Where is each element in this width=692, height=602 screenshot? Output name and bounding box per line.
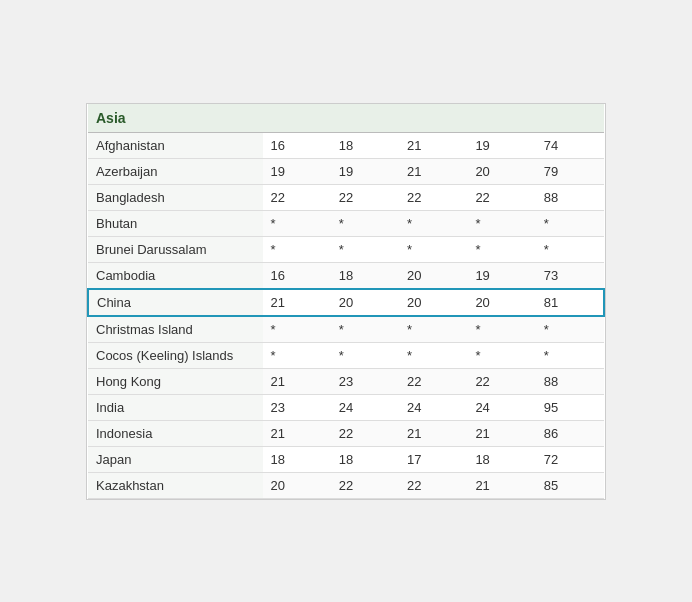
value-cell: 18 [331,132,399,158]
value-cell: * [467,316,535,343]
value-cell: 18 [467,446,535,472]
value-cell: * [331,210,399,236]
country-cell: Kazakhstan [88,472,263,498]
country-cell: Hong Kong [88,368,263,394]
country-cell: Afghanistan [88,132,263,158]
value-cell: 21 [263,289,331,316]
country-cell: Japan [88,446,263,472]
value-cell: 23 [263,394,331,420]
country-cell: Bangladesh [88,184,263,210]
value-cell: 18 [331,262,399,289]
value-cell: 17 [399,446,467,472]
value-cell: 22 [263,184,331,210]
value-cell: * [399,236,467,262]
value-cell: 16 [263,262,331,289]
value-cell: 16 [263,132,331,158]
value-cell: 22 [467,184,535,210]
value-cell: 24 [467,394,535,420]
country-cell: Bhutan [88,210,263,236]
value-cell: 19 [263,158,331,184]
table-row: Bhutan***** [88,210,604,236]
value-cell: 18 [331,446,399,472]
value-cell: 95 [536,394,604,420]
value-cell: 20 [467,158,535,184]
value-cell: 79 [536,158,604,184]
table-row: China2120202081 [88,289,604,316]
value-cell: * [331,316,399,343]
value-cell: 20 [263,472,331,498]
value-cell: 81 [536,289,604,316]
value-cell: 86 [536,420,604,446]
table-row: Hong Kong2123222288 [88,368,604,394]
value-cell: * [467,210,535,236]
value-cell: * [467,342,535,368]
value-cell: * [536,236,604,262]
table-row: Afghanistan1618211974 [88,132,604,158]
value-cell: * [331,342,399,368]
table-row: Kazakhstan2022222185 [88,472,604,498]
table-row: Cocos (Keeling) Islands***** [88,342,604,368]
value-cell: * [263,342,331,368]
region-header: Asia [88,104,604,133]
country-cell: Indonesia [88,420,263,446]
value-cell: 22 [399,368,467,394]
value-cell: 22 [331,420,399,446]
country-cell: China [88,289,263,316]
table-row: Cambodia1618201973 [88,262,604,289]
value-cell: 21 [399,420,467,446]
value-cell: 85 [536,472,604,498]
value-cell: * [331,236,399,262]
value-cell: 74 [536,132,604,158]
value-cell: 21 [467,420,535,446]
value-cell: * [536,210,604,236]
value-cell: * [399,316,467,343]
value-cell: 18 [263,446,331,472]
value-cell: 24 [331,394,399,420]
value-cell: 22 [331,184,399,210]
country-cell: Cambodia [88,262,263,289]
value-cell: 20 [331,289,399,316]
value-cell: * [263,316,331,343]
value-cell: 20 [399,262,467,289]
value-cell: 22 [399,472,467,498]
table-row: Indonesia2122212186 [88,420,604,446]
value-cell: 19 [467,132,535,158]
data-table: Asia Afghanistan1618211974Azerbaijan1919… [87,104,605,499]
value-cell: 20 [399,289,467,316]
table-row: India2324242495 [88,394,604,420]
value-cell: * [263,210,331,236]
value-cell: * [399,342,467,368]
table-container: Asia Afghanistan1618211974Azerbaijan1919… [86,103,606,500]
value-cell: 23 [331,368,399,394]
value-cell: 21 [263,368,331,394]
value-cell: * [536,316,604,343]
value-cell: 22 [467,368,535,394]
value-cell: 22 [399,184,467,210]
country-cell: Christmas Island [88,316,263,343]
value-cell: 72 [536,446,604,472]
value-cell: 21 [467,472,535,498]
value-cell: 88 [536,184,604,210]
value-cell: 19 [467,262,535,289]
table-row: Bangladesh2222222288 [88,184,604,210]
value-cell: 21 [263,420,331,446]
value-cell: 20 [467,289,535,316]
value-cell: 21 [399,158,467,184]
value-cell: 88 [536,368,604,394]
value-cell: * [399,210,467,236]
value-cell: 19 [331,158,399,184]
value-cell: 73 [536,262,604,289]
country-cell: Cocos (Keeling) Islands [88,342,263,368]
value-cell: * [536,342,604,368]
value-cell: * [263,236,331,262]
country-cell: India [88,394,263,420]
table-row: Christmas Island***** [88,316,604,343]
value-cell: 22 [331,472,399,498]
country-cell: Brunei Darussalam [88,236,263,262]
table-row: Brunei Darussalam***** [88,236,604,262]
table-row: Japan1818171872 [88,446,604,472]
value-cell: * [467,236,535,262]
value-cell: 21 [399,132,467,158]
table-row: Azerbaijan1919212079 [88,158,604,184]
country-cell: Azerbaijan [88,158,263,184]
